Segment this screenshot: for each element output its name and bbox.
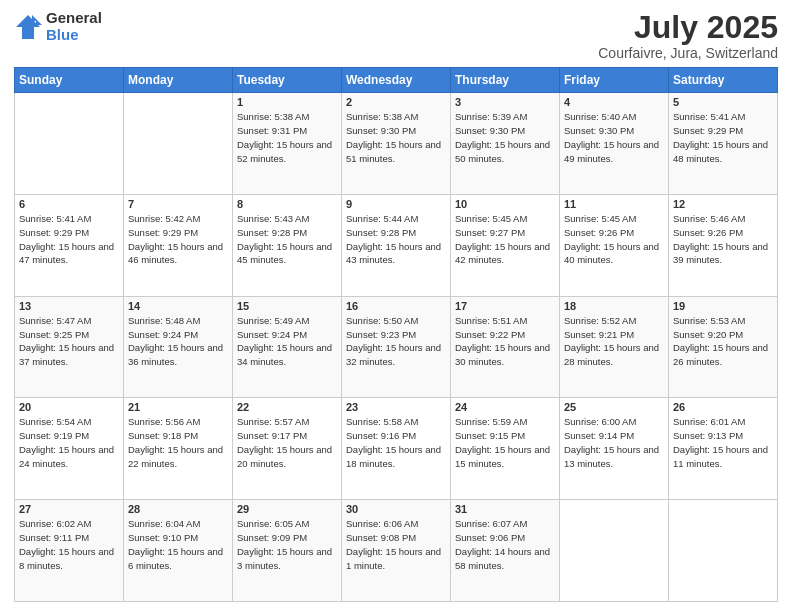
day-cell: 2 Sunrise: 5:38 AMSunset: 9:30 PMDayligh…	[342, 93, 451, 195]
header-sunday: Sunday	[15, 68, 124, 93]
day-cell: 15 Sunrise: 5:49 AMSunset: 9:24 PMDaylig…	[233, 296, 342, 398]
day-cell: 19 Sunrise: 5:53 AMSunset: 9:20 PMDaylig…	[669, 296, 778, 398]
day-number: 22	[237, 401, 337, 413]
header-thursday: Thursday	[451, 68, 560, 93]
logo: General Blue	[14, 10, 102, 43]
day-info: Sunrise: 5:54 AMSunset: 9:19 PMDaylight:…	[19, 416, 114, 468]
day-number: 7	[128, 198, 228, 210]
day-cell: 21 Sunrise: 5:56 AMSunset: 9:18 PMDaylig…	[124, 398, 233, 500]
day-cell: 16 Sunrise: 5:50 AMSunset: 9:23 PMDaylig…	[342, 296, 451, 398]
day-cell: 29 Sunrise: 6:05 AMSunset: 9:09 PMDaylig…	[233, 500, 342, 602]
title-block: July 2025 Courfaivre, Jura, Switzerland	[598, 10, 778, 61]
day-cell: 27 Sunrise: 6:02 AMSunset: 9:11 PMDaylig…	[15, 500, 124, 602]
day-info: Sunrise: 5:41 AMSunset: 9:29 PMDaylight:…	[19, 213, 114, 265]
header-saturday: Saturday	[669, 68, 778, 93]
day-number: 6	[19, 198, 119, 210]
day-number: 17	[455, 300, 555, 312]
logo-blue: Blue	[46, 27, 102, 44]
week-row-2: 13 Sunrise: 5:47 AMSunset: 9:25 PMDaylig…	[15, 296, 778, 398]
day-info: Sunrise: 5:38 AMSunset: 9:31 PMDaylight:…	[237, 111, 332, 163]
week-row-0: 1 Sunrise: 5:38 AMSunset: 9:31 PMDayligh…	[15, 93, 778, 195]
day-number: 29	[237, 503, 337, 515]
day-number: 3	[455, 96, 555, 108]
day-info: Sunrise: 5:56 AMSunset: 9:18 PMDaylight:…	[128, 416, 223, 468]
logo-general: General	[46, 10, 102, 27]
day-number: 13	[19, 300, 119, 312]
day-info: Sunrise: 5:51 AMSunset: 9:22 PMDaylight:…	[455, 315, 550, 367]
day-info: Sunrise: 5:46 AMSunset: 9:26 PMDaylight:…	[673, 213, 768, 265]
day-info: Sunrise: 5:57 AMSunset: 9:17 PMDaylight:…	[237, 416, 332, 468]
day-number: 27	[19, 503, 119, 515]
day-info: Sunrise: 5:45 AMSunset: 9:26 PMDaylight:…	[564, 213, 659, 265]
day-info: Sunrise: 5:43 AMSunset: 9:28 PMDaylight:…	[237, 213, 332, 265]
day-info: Sunrise: 5:40 AMSunset: 9:30 PMDaylight:…	[564, 111, 659, 163]
day-number: 12	[673, 198, 773, 210]
svg-marker-0	[16, 15, 40, 39]
day-number: 8	[237, 198, 337, 210]
day-cell: 31 Sunrise: 6:07 AMSunset: 9:06 PMDaylig…	[451, 500, 560, 602]
day-cell: 6 Sunrise: 5:41 AMSunset: 9:29 PMDayligh…	[15, 194, 124, 296]
day-number: 18	[564, 300, 664, 312]
day-number: 2	[346, 96, 446, 108]
day-number: 28	[128, 503, 228, 515]
day-info: Sunrise: 5:59 AMSunset: 9:15 PMDaylight:…	[455, 416, 550, 468]
day-info: Sunrise: 5:58 AMSunset: 9:16 PMDaylight:…	[346, 416, 441, 468]
calendar-header: Sunday Monday Tuesday Wednesday Thursday…	[15, 68, 778, 93]
day-number: 11	[564, 198, 664, 210]
day-cell: 1 Sunrise: 5:38 AMSunset: 9:31 PMDayligh…	[233, 93, 342, 195]
day-number: 5	[673, 96, 773, 108]
day-info: Sunrise: 6:00 AMSunset: 9:14 PMDaylight:…	[564, 416, 659, 468]
header-friday: Friday	[560, 68, 669, 93]
day-cell	[15, 93, 124, 195]
day-number: 10	[455, 198, 555, 210]
day-cell: 14 Sunrise: 5:48 AMSunset: 9:24 PMDaylig…	[124, 296, 233, 398]
day-info: Sunrise: 5:52 AMSunset: 9:21 PMDaylight:…	[564, 315, 659, 367]
day-info: Sunrise: 6:02 AMSunset: 9:11 PMDaylight:…	[19, 518, 114, 570]
day-info: Sunrise: 5:49 AMSunset: 9:24 PMDaylight:…	[237, 315, 332, 367]
day-number: 26	[673, 401, 773, 413]
day-number: 31	[455, 503, 555, 515]
day-number: 21	[128, 401, 228, 413]
day-info: Sunrise: 6:04 AMSunset: 9:10 PMDaylight:…	[128, 518, 223, 570]
day-cell: 26 Sunrise: 6:01 AMSunset: 9:13 PMDaylig…	[669, 398, 778, 500]
day-number: 23	[346, 401, 446, 413]
day-cell: 23 Sunrise: 5:58 AMSunset: 9:16 PMDaylig…	[342, 398, 451, 500]
day-info: Sunrise: 6:01 AMSunset: 9:13 PMDaylight:…	[673, 416, 768, 468]
day-cell: 7 Sunrise: 5:42 AMSunset: 9:29 PMDayligh…	[124, 194, 233, 296]
day-cell: 22 Sunrise: 5:57 AMSunset: 9:17 PMDaylig…	[233, 398, 342, 500]
header-tuesday: Tuesday	[233, 68, 342, 93]
day-cell	[124, 93, 233, 195]
weekday-header-row: Sunday Monday Tuesday Wednesday Thursday…	[15, 68, 778, 93]
day-cell: 5 Sunrise: 5:41 AMSunset: 9:29 PMDayligh…	[669, 93, 778, 195]
day-info: Sunrise: 5:41 AMSunset: 9:29 PMDaylight:…	[673, 111, 768, 163]
week-row-1: 6 Sunrise: 5:41 AMSunset: 9:29 PMDayligh…	[15, 194, 778, 296]
day-info: Sunrise: 5:53 AMSunset: 9:20 PMDaylight:…	[673, 315, 768, 367]
day-number: 30	[346, 503, 446, 515]
day-cell: 17 Sunrise: 5:51 AMSunset: 9:22 PMDaylig…	[451, 296, 560, 398]
day-number: 16	[346, 300, 446, 312]
logo-icon	[14, 13, 42, 41]
day-cell	[669, 500, 778, 602]
header-monday: Monday	[124, 68, 233, 93]
day-number: 4	[564, 96, 664, 108]
day-info: Sunrise: 6:06 AMSunset: 9:08 PMDaylight:…	[346, 518, 441, 570]
day-info: Sunrise: 5:47 AMSunset: 9:25 PMDaylight:…	[19, 315, 114, 367]
day-info: Sunrise: 5:42 AMSunset: 9:29 PMDaylight:…	[128, 213, 223, 265]
subtitle: Courfaivre, Jura, Switzerland	[598, 45, 778, 61]
logo-text: General Blue	[46, 10, 102, 43]
calendar-page: General Blue July 2025 Courfaivre, Jura,…	[0, 0, 792, 612]
week-row-4: 27 Sunrise: 6:02 AMSunset: 9:11 PMDaylig…	[15, 500, 778, 602]
day-number: 9	[346, 198, 446, 210]
day-cell: 9 Sunrise: 5:44 AMSunset: 9:28 PMDayligh…	[342, 194, 451, 296]
day-cell: 8 Sunrise: 5:43 AMSunset: 9:28 PMDayligh…	[233, 194, 342, 296]
day-info: Sunrise: 5:38 AMSunset: 9:30 PMDaylight:…	[346, 111, 441, 163]
day-cell: 3 Sunrise: 5:39 AMSunset: 9:30 PMDayligh…	[451, 93, 560, 195]
day-cell: 20 Sunrise: 5:54 AMSunset: 9:19 PMDaylig…	[15, 398, 124, 500]
day-number: 19	[673, 300, 773, 312]
day-cell: 18 Sunrise: 5:52 AMSunset: 9:21 PMDaylig…	[560, 296, 669, 398]
day-cell: 24 Sunrise: 5:59 AMSunset: 9:15 PMDaylig…	[451, 398, 560, 500]
day-cell	[560, 500, 669, 602]
header: General Blue July 2025 Courfaivre, Jura,…	[14, 10, 778, 61]
day-number: 14	[128, 300, 228, 312]
day-info: Sunrise: 5:44 AMSunset: 9:28 PMDaylight:…	[346, 213, 441, 265]
